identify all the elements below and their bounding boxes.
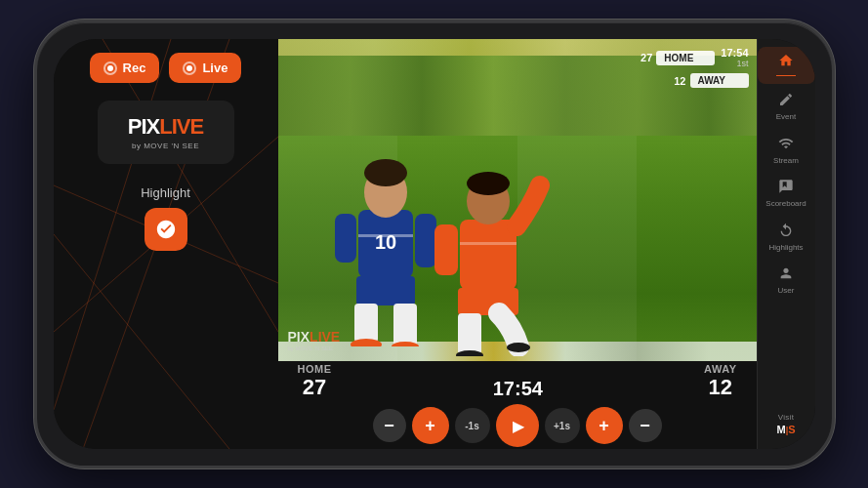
highlight-button[interactable]: [145, 208, 187, 251]
home-plus-button[interactable]: +: [412, 407, 449, 444]
user-label: User: [778, 286, 795, 296]
sidebar-active-indicator: [776, 75, 796, 76]
live-button[interactable]: Live: [169, 53, 241, 83]
home-team-score: 27: [303, 375, 326, 400]
home-minus-button[interactable]: −: [373, 409, 406, 442]
rec-icon: [103, 61, 117, 75]
rec-button[interactable]: Rec: [90, 53, 160, 83]
visit-section[interactable]: Visit M|S: [772, 407, 799, 441]
sidebar-item-highlights[interactable]: Highlights: [758, 217, 815, 259]
svg-rect-17: [358, 234, 413, 237]
logo-sub: by MOVE 'N SEE: [132, 142, 199, 150]
stream-label: Stream: [773, 156, 799, 166]
svg-rect-23: [434, 224, 458, 275]
home-score-row: 27 HOME: [637, 51, 715, 65]
svg-point-25: [467, 172, 510, 195]
watermark-sub: by MOVE 'N SEE: [288, 346, 341, 351]
video-area: 10: [278, 39, 757, 361]
logo-area: PIXLIVE by MOVE 'N SEE: [98, 101, 234, 164]
sidebar-item-event[interactable]: Event: [758, 86, 815, 128]
away-team-name: AWAY: [704, 363, 736, 375]
svg-rect-10: [393, 304, 417, 346]
highlight-icon: [155, 219, 177, 240]
svg-rect-9: [354, 304, 378, 343]
watermark-live: LIVE: [310, 329, 340, 345]
home-team-bar: HOME: [656, 51, 715, 65]
center-area: 10: [278, 39, 757, 449]
player-orange: [425, 166, 552, 356]
scoreboard-overlay: 27 HOME 17:54 1st 12 AWAY: [637, 47, 748, 88]
highlights-icon: [778, 223, 794, 241]
away-team-group: AWAY 12: [704, 363, 736, 400]
home-team-group: HOME 27: [298, 363, 332, 400]
stream-icon: [778, 136, 794, 154]
right-sidebar: Event Stream Scoreboard: [757, 39, 815, 449]
score-time-badge: 17:54 1st: [721, 47, 748, 68]
phone-shell: Rec Live PIXLIVE by MOVE 'N SEE Highligh…: [34, 20, 835, 468]
svg-line-1: [54, 234, 229, 449]
live-icon: [183, 61, 196, 75]
sidebar-item-scoreboard[interactable]: Scoreboard: [758, 173, 815, 215]
mis-logo: M|S: [776, 424, 795, 435]
away-minus-button[interactable]: −: [629, 409, 662, 442]
sidebar-item-home[interactable]: [758, 47, 815, 84]
away-plus-button[interactable]: +: [586, 407, 623, 444]
scoreboard-icon: [778, 179, 794, 197]
away-team-score: 12: [709, 375, 732, 400]
away-score-row: 12 AWAY: [671, 73, 749, 88]
away-score-number: 12: [671, 75, 686, 87]
user-icon: [778, 265, 794, 284]
logo-pix: PIX: [128, 114, 159, 140]
scoreboard-label: Scoreboard: [765, 199, 806, 209]
score-period: 1st: [736, 59, 748, 68]
svg-rect-8: [356, 276, 415, 305]
svg-rect-26: [460, 242, 517, 245]
event-label: Event: [776, 112, 796, 122]
controls-bar: HOME 27 17:54 AWAY 12 −: [278, 361, 757, 449]
phone-screen: Rec Live PIXLIVE by MOVE 'N SEE Highligh…: [54, 39, 815, 449]
svg-point-22: [507, 343, 530, 352]
left-panel: Rec Live PIXLIVE by MOVE 'N SEE Highligh…: [54, 39, 278, 449]
svg-point-16: [364, 159, 407, 186]
sidebar-item-stream[interactable]: Stream: [758, 130, 815, 172]
live-label: Live: [202, 61, 227, 75]
watermark-pix: PIX: [288, 329, 310, 345]
score-time: 17:54: [721, 47, 748, 59]
skip-forward-button[interactable]: +1s: [545, 408, 580, 443]
home-score-number: 27: [637, 52, 652, 63]
event-icon: [778, 92, 794, 110]
highlight-section: Highlight: [141, 185, 190, 251]
controls-row: − + -1s +1s + −: [373, 404, 662, 447]
pixlive-logo: PIXLIVE: [128, 114, 203, 140]
skip-back-button[interactable]: -1s: [455, 408, 490, 443]
svg-rect-13: [335, 214, 356, 263]
home-team-name: HOME: [298, 363, 332, 375]
score-labels: HOME 27 17:54 AWAY 12: [288, 363, 747, 400]
video-watermark: PIXLIVE by MOVE 'N SEE: [288, 329, 341, 351]
timer-display: 17:54: [493, 378, 543, 400]
play-button[interactable]: [496, 404, 539, 447]
highlights-label: Highlights: [768, 243, 803, 253]
svg-rect-20: [458, 313, 481, 354]
rec-label: Rec: [123, 61, 146, 75]
sidebar-item-user[interactable]: User: [758, 260, 815, 302]
visit-label: Visit: [778, 413, 794, 422]
highlight-label: Highlight: [141, 185, 190, 200]
watermark-logo: PIXLIVE: [288, 329, 341, 345]
top-buttons: Rec Live: [63, 53, 269, 83]
away-team-bar: AWAY: [690, 73, 749, 88]
logo-live: LIVE: [159, 114, 203, 140]
home-icon: [778, 53, 794, 71]
